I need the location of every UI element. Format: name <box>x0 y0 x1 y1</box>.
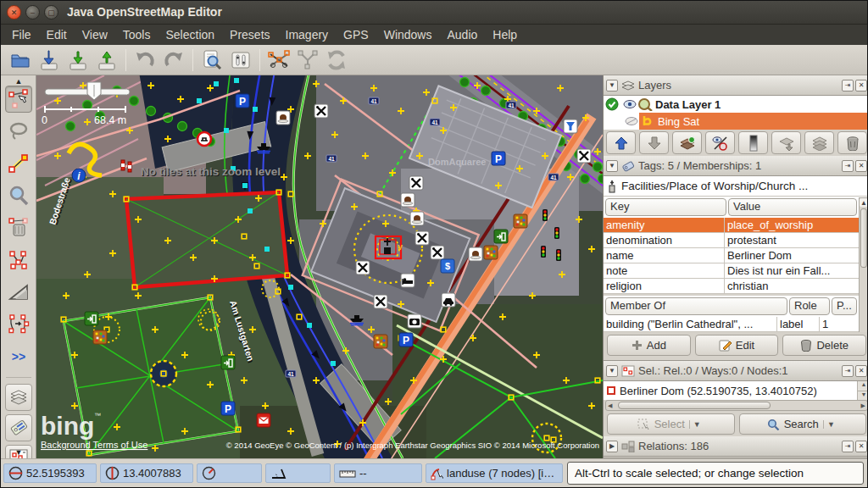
open-file-icon[interactable] <box>6 47 35 73</box>
value-column-header[interactable]: Value <box>728 198 857 216</box>
marker-icon[interactable] <box>374 335 387 348</box>
coffee-icon[interactable] <box>401 193 415 207</box>
exitg-icon[interactable] <box>494 230 508 243</box>
visibility-eye-icon[interactable] <box>622 98 637 110</box>
download-primitives-icon[interactable] <box>35 47 64 73</box>
zoom-tool[interactable] <box>5 182 32 209</box>
marker-icon[interactable] <box>93 330 107 344</box>
membership-row[interactable]: building ("Berlin Cathedral", ... label … <box>604 317 859 332</box>
map-canvas[interactable]: $PPPPi414141414141 V Am Lustgarten Am Lu… <box>36 75 603 458</box>
rest-icon[interactable] <box>409 176 423 190</box>
rest-icon[interactable] <box>356 261 370 274</box>
envelope-icon[interactable] <box>257 413 270 427</box>
tl-icon[interactable] <box>541 246 546 258</box>
expand-icon[interactable]: ▶ <box>606 441 618 452</box>
scroll-up-icon[interactable]: ▲ <box>1 77 36 86</box>
coffee-icon[interactable] <box>410 212 424 225</box>
maximize-button[interactable]: ▢ <box>44 5 58 19</box>
sticky-pin-icon[interactable]: ⇥ <box>842 365 854 377</box>
move-layer-down-button[interactable] <box>639 131 669 154</box>
delete-layer-button[interactable] <box>837 131 867 154</box>
duplicate-layer-button[interactable] <box>804 131 834 154</box>
tag-row[interactable]: nameBerliner Dom <box>604 248 859 263</box>
sticky-pin-icon[interactable]: ⇥ <box>842 80 854 92</box>
parallel-tool[interactable] <box>5 311 32 338</box>
rest-icon[interactable] <box>415 231 429 245</box>
close-button[interactable]: ✕ <box>7 5 21 19</box>
menu-tools[interactable]: Tools <box>115 26 159 43</box>
red-outline-building[interactable] <box>126 192 287 287</box>
menu-selection[interactable]: Selection <box>158 26 222 43</box>
num41-icon[interactable]: 41 <box>326 155 337 162</box>
info-icon[interactable]: i <box>72 169 86 182</box>
sticky-pin-icon[interactable]: ⇥ <box>842 441 854 452</box>
num41-icon[interactable]: 41 <box>506 102 516 108</box>
num41-icon[interactable]: 41 <box>286 370 296 377</box>
menu-view[interactable]: View <box>75 26 115 43</box>
exitg-icon[interactable] <box>221 356 235 369</box>
num41-icon[interactable]: 41 <box>430 119 440 125</box>
terms-of-use-link[interactable]: Background Terms of Use <box>41 440 147 450</box>
undo-icon[interactable] <box>131 47 159 73</box>
parkP-icon[interactable]: P <box>221 402 235 415</box>
selection-spinner[interactable]: ▲ ▼ <box>857 381 868 400</box>
tag-row[interactable]: denominationprotestant <box>604 233 859 248</box>
menu-file[interactable]: File <box>4 26 39 43</box>
bed-icon[interactable] <box>401 274 415 287</box>
split-way-icon[interactable] <box>264 47 293 73</box>
exitg-icon[interactable] <box>85 312 98 325</box>
camera-icon[interactable] <box>408 314 421 328</box>
download-data-icon[interactable] <box>64 47 92 73</box>
tags-panel-toggle[interactable] <box>5 414 32 441</box>
merge-nodes-icon[interactable] <box>293 47 322 73</box>
show-hide-button[interactable] <box>705 131 735 154</box>
upload-data-icon[interactable] <box>92 47 121 73</box>
select-button[interactable]: Select ▼ <box>607 413 735 435</box>
collapse-icon[interactable]: ▼ <box>606 80 618 92</box>
selection-list-item[interactable]: Berliner Dom (52.5190735, 13.4010752) <box>604 381 857 400</box>
coffee-icon[interactable] <box>469 247 482 261</box>
menu-imagery[interactable]: Imagery <box>278 26 337 43</box>
tl-icon[interactable] <box>556 249 561 261</box>
member-of-header[interactable]: Member Of <box>605 297 787 315</box>
select-move-tool[interactable] <box>5 86 32 113</box>
menu-edit[interactable]: Edit <box>39 26 75 43</box>
merge-layer-button[interactable] <box>771 131 801 154</box>
noentry-icon[interactable] <box>198 132 211 146</box>
search-dropdown-arrow[interactable]: ▼ <box>823 420 838 429</box>
minimize-button[interactable]: – <box>25 5 40 19</box>
tag-row[interactable]: noteDies ist nur ein Fall... <box>604 263 859 279</box>
update-data-icon[interactable] <box>322 47 351 73</box>
funnel-icon[interactable] <box>564 119 577 133</box>
tag-row[interactable]: amenityplace_of_worship <box>604 218 859 233</box>
delete-tag-button[interactable]: Delete <box>782 335 866 356</box>
rest-icon[interactable] <box>577 149 591 163</box>
menu-audio[interactable]: Audio <box>439 26 485 43</box>
select-dropdown-arrow[interactable]: ▼ <box>689 420 704 429</box>
layer-row-data[interactable]: Data Layer 1 <box>604 96 868 113</box>
role-header[interactable]: Role <box>789 297 830 315</box>
layer-row-bing[interactable]: Bing Sat <box>604 113 868 130</box>
dollar-icon[interactable]: $ <box>441 259 454 273</box>
parkP-icon[interactable]: P <box>492 152 505 165</box>
marker-icon[interactable] <box>514 214 527 228</box>
menu-windows[interactable]: Windows <box>376 26 440 43</box>
toggle-dialogs-icon[interactable] <box>226 47 255 73</box>
close-panel-icon[interactable]: ✕ <box>855 365 867 377</box>
sticky-pin-icon[interactable]: ⇥ <box>842 160 854 172</box>
coffee-icon[interactable] <box>276 111 290 125</box>
position-header[interactable]: P... <box>832 297 857 315</box>
edit-tag-button[interactable]: Edit <box>695 335 779 356</box>
draw-nodes-tool[interactable] <box>5 150 32 177</box>
layers-panel-toggle[interactable] <box>5 384 32 411</box>
close-panel-icon[interactable]: ✕ <box>855 160 867 172</box>
selection-hscrollbar[interactable]: ◀ ▶ <box>605 400 868 411</box>
search-objects-icon[interactable] <box>198 47 226 73</box>
add-tag-button[interactable]: Add <box>607 335 691 356</box>
menu-presets[interactable]: Presets <box>222 26 277 43</box>
menu-gps[interactable]: GPS <box>336 26 376 43</box>
tl-icon[interactable] <box>542 209 548 221</box>
num41-icon[interactable]: 41 <box>369 97 379 104</box>
rest-icon[interactable] <box>431 246 444 259</box>
tl-icon[interactable] <box>554 227 559 239</box>
